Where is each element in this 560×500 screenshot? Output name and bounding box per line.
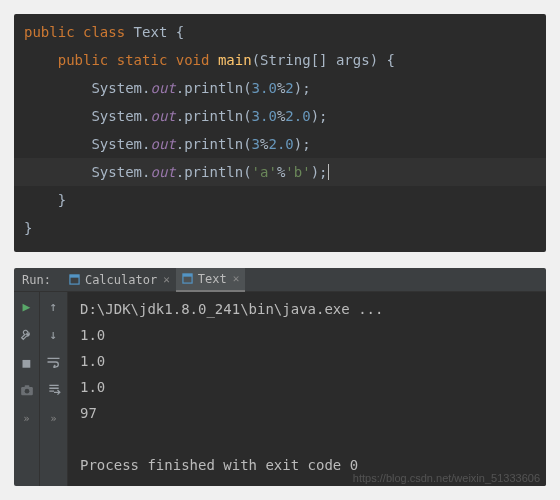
console-output[interactable]: D:\JDK\jdk1.8.0_241\bin\java.exe ... 1.0… xyxy=(68,292,546,486)
up-arrow-icon[interactable]: ↑ xyxy=(46,298,62,314)
scroll-to-end-icon[interactable] xyxy=(46,382,62,398)
svg-rect-3 xyxy=(183,274,192,277)
svg-rect-1 xyxy=(70,275,79,278)
code-line[interactable]: public static void main(String[] args) { xyxy=(14,46,546,74)
tab-label: Text xyxy=(198,272,227,286)
camera-icon[interactable] xyxy=(19,382,35,398)
soft-wrap-icon[interactable] xyxy=(46,354,62,370)
application-icon xyxy=(69,274,81,286)
code-line[interactable]: } xyxy=(14,186,546,214)
svg-rect-5 xyxy=(24,385,29,387)
close-icon[interactable]: ✕ xyxy=(163,273,170,286)
close-icon[interactable]: ✕ xyxy=(233,272,240,285)
code-line[interactable]: } xyxy=(14,214,546,242)
code-line[interactable]: System.out.println('a'%'b'); xyxy=(14,158,546,186)
run-tabs-header: Run: Calculator✕Text✕ xyxy=(14,268,546,292)
run-label: Run: xyxy=(22,273,51,287)
code-line[interactable]: System.out.println(3%2.0); xyxy=(14,130,546,158)
svg-point-6 xyxy=(24,389,29,394)
code-line[interactable]: public class Text { xyxy=(14,18,546,46)
tab-label: Calculator xyxy=(85,273,157,287)
code-line[interactable]: System.out.println(3.0%2.0); xyxy=(14,102,546,130)
stop-icon[interactable]: ■ xyxy=(19,354,35,370)
code-editor[interactable]: public class Text { public static void m… xyxy=(14,14,546,252)
watermark: https://blog.csdn.net/weixin_51333606 xyxy=(353,472,540,484)
application-icon xyxy=(182,273,194,285)
run-gutter-right: ↑ ↓ » xyxy=(40,292,68,486)
wrench-icon[interactable] xyxy=(19,326,35,342)
code-line[interactable]: System.out.println(3.0%2); xyxy=(14,74,546,102)
run-icon[interactable]: ▶ xyxy=(19,298,35,314)
run-panel: Run: Calculator✕Text✕ ▶ ■ » ↑ ↓ » D:\JDK… xyxy=(14,268,546,486)
collapse-left-icon[interactable]: » xyxy=(19,410,35,426)
run-tab[interactable]: Text✕ xyxy=(176,268,246,292)
run-gutter-left: ▶ ■ » xyxy=(14,292,40,486)
run-tab[interactable]: Calculator✕ xyxy=(63,268,176,292)
collapse-right-icon[interactable]: » xyxy=(46,410,62,426)
down-arrow-icon[interactable]: ↓ xyxy=(46,326,62,342)
